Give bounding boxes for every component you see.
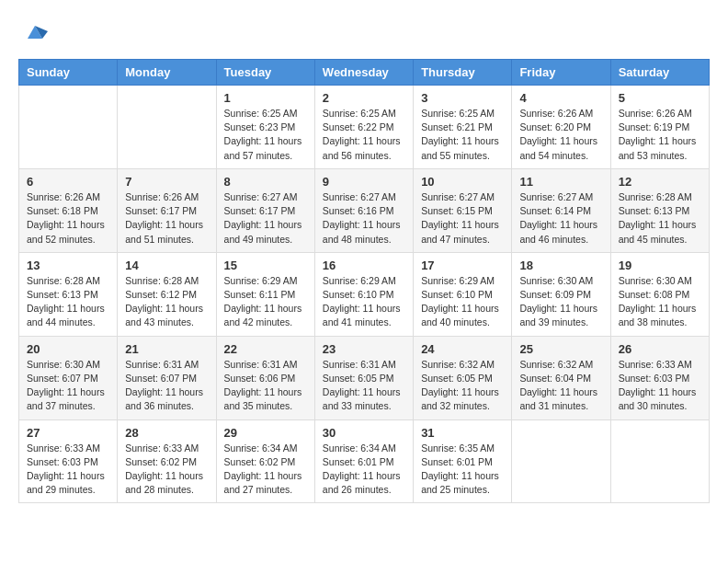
day-number: 10 (421, 175, 504, 189)
day-header-saturday: Saturday (610, 60, 709, 86)
day-header-tuesday: Tuesday (216, 60, 314, 86)
day-number: 28 (125, 426, 208, 440)
day-number: 15 (224, 259, 307, 272)
day-number: 22 (224, 342, 307, 356)
day-number: 2 (323, 91, 405, 105)
calendar-cell: 9Sunrise: 6:27 AMSunset: 6:16 PMDaylight… (314, 168, 413, 252)
calendar-cell: 4Sunrise: 6:26 AMSunset: 6:20 PMDaylight… (512, 86, 610, 169)
day-number: 31 (421, 426, 504, 440)
week-row-1: 1Sunrise: 6:25 AMSunset: 6:23 PMDaylight… (19, 86, 710, 169)
day-number: 3 (421, 91, 504, 105)
calendar-cell: 26Sunrise: 6:33 AMSunset: 6:03 PMDayligh… (610, 336, 709, 419)
day-number: 6 (27, 175, 109, 189)
week-row-5: 27Sunrise: 6:33 AMSunset: 6:03 PMDayligh… (19, 419, 710, 503)
day-info: Sunrise: 6:35 AMSunset: 6:01 PMDaylight:… (421, 442, 504, 498)
calendar-cell: 3Sunrise: 6:25 AMSunset: 6:21 PMDaylight… (414, 86, 512, 169)
logo (18, 18, 48, 44)
day-info: Sunrise: 6:25 AMSunset: 6:23 PMDaylight:… (224, 107, 307, 163)
week-row-3: 13Sunrise: 6:28 AMSunset: 6:13 PMDayligh… (19, 252, 710, 336)
calendar-cell: 14Sunrise: 6:28 AMSunset: 6:12 PMDayligh… (118, 252, 216, 336)
day-info: Sunrise: 6:29 AMSunset: 6:10 PMDaylight:… (421, 274, 504, 330)
day-number: 7 (125, 175, 208, 189)
day-header-monday: Monday (118, 60, 216, 86)
calendar-cell: 24Sunrise: 6:32 AMSunset: 6:05 PMDayligh… (414, 336, 512, 419)
day-info: Sunrise: 6:27 AMSunset: 6:17 PMDaylight:… (224, 190, 307, 247)
calendar-cell: 22Sunrise: 6:31 AMSunset: 6:06 PMDayligh… (216, 336, 314, 419)
calendar-cell: 1Sunrise: 6:25 AMSunset: 6:23 PMDaylight… (216, 86, 314, 169)
day-number: 19 (619, 259, 701, 272)
day-number: 1 (224, 91, 307, 105)
day-info: Sunrise: 6:26 AMSunset: 6:20 PMDaylight:… (519, 107, 602, 163)
day-number: 12 (619, 175, 701, 189)
day-info: Sunrise: 6:32 AMSunset: 6:04 PMDaylight:… (519, 358, 602, 414)
day-info: Sunrise: 6:32 AMSunset: 6:05 PMDaylight:… (421, 358, 504, 414)
day-info: Sunrise: 6:29 AMSunset: 6:10 PMDaylight:… (323, 274, 405, 330)
day-number: 14 (125, 259, 208, 272)
logo-icon (22, 18, 48, 44)
calendar-cell (610, 419, 709, 503)
day-info: Sunrise: 6:34 AMSunset: 6:01 PMDaylight:… (323, 442, 405, 498)
day-info: Sunrise: 6:27 AMSunset: 6:15 PMDaylight:… (421, 190, 504, 247)
calendar-cell: 23Sunrise: 6:31 AMSunset: 6:05 PMDayligh… (314, 336, 413, 419)
day-info: Sunrise: 6:31 AMSunset: 6:05 PMDaylight:… (323, 358, 405, 414)
day-number: 9 (323, 175, 405, 189)
calendar-cell: 5Sunrise: 6:26 AMSunset: 6:19 PMDaylight… (610, 86, 709, 169)
day-number: 29 (224, 426, 307, 440)
day-number: 17 (421, 259, 504, 272)
day-number: 20 (27, 342, 109, 356)
day-number: 5 (619, 91, 701, 105)
calendar-cell: 12Sunrise: 6:28 AMSunset: 6:13 PMDayligh… (610, 168, 709, 252)
day-info: Sunrise: 6:33 AMSunset: 6:03 PMDaylight:… (27, 442, 109, 498)
day-info: Sunrise: 6:27 AMSunset: 6:16 PMDaylight:… (323, 190, 405, 247)
calendar-cell (118, 86, 216, 169)
calendar-table: SundayMondayTuesdayWednesdayThursdayFrid… (18, 59, 710, 503)
week-row-2: 6Sunrise: 6:26 AMSunset: 6:18 PMDaylight… (19, 168, 710, 252)
day-info: Sunrise: 6:31 AMSunset: 6:07 PMDaylight:… (125, 358, 208, 414)
calendar-cell: 21Sunrise: 6:31 AMSunset: 6:07 PMDayligh… (118, 336, 216, 419)
calendar-cell: 28Sunrise: 6:33 AMSunset: 6:02 PMDayligh… (118, 419, 216, 503)
day-number: 21 (125, 342, 208, 356)
calendar-cell: 18Sunrise: 6:30 AMSunset: 6:09 PMDayligh… (512, 252, 610, 336)
day-number: 25 (519, 342, 602, 356)
calendar-cell: 19Sunrise: 6:30 AMSunset: 6:08 PMDayligh… (610, 252, 709, 336)
calendar-cell: 2Sunrise: 6:25 AMSunset: 6:22 PMDaylight… (314, 86, 413, 169)
day-info: Sunrise: 6:26 AMSunset: 6:18 PMDaylight:… (27, 190, 109, 247)
day-number: 24 (421, 342, 504, 356)
day-info: Sunrise: 6:33 AMSunset: 6:03 PMDaylight:… (619, 358, 701, 414)
calendar-cell (512, 419, 610, 503)
calendar-cell: 7Sunrise: 6:26 AMSunset: 6:17 PMDaylight… (118, 168, 216, 252)
day-number: 16 (323, 259, 405, 272)
calendar-cell: 17Sunrise: 6:29 AMSunset: 6:10 PMDayligh… (414, 252, 512, 336)
day-header-wednesday: Wednesday (314, 60, 413, 86)
day-number: 30 (323, 426, 405, 440)
day-header-sunday: Sunday (19, 60, 118, 86)
day-info: Sunrise: 6:26 AMSunset: 6:19 PMDaylight:… (619, 107, 701, 163)
day-info: Sunrise: 6:30 AMSunset: 6:08 PMDaylight:… (619, 274, 701, 330)
day-header-thursday: Thursday (414, 60, 512, 86)
calendar-cell: 6Sunrise: 6:26 AMSunset: 6:18 PMDaylight… (19, 168, 118, 252)
day-number: 23 (323, 342, 405, 356)
day-info: Sunrise: 6:28 AMSunset: 6:12 PMDaylight:… (125, 274, 208, 330)
day-info: Sunrise: 6:29 AMSunset: 6:11 PMDaylight:… (224, 274, 307, 330)
calendar-cell: 15Sunrise: 6:29 AMSunset: 6:11 PMDayligh… (216, 252, 314, 336)
calendar-cell: 29Sunrise: 6:34 AMSunset: 6:02 PMDayligh… (216, 419, 314, 503)
calendar-cell: 27Sunrise: 6:33 AMSunset: 6:03 PMDayligh… (19, 419, 118, 503)
day-info: Sunrise: 6:27 AMSunset: 6:14 PMDaylight:… (519, 190, 602, 247)
calendar-cell (19, 86, 118, 169)
day-info: Sunrise: 6:30 AMSunset: 6:09 PMDaylight:… (519, 274, 602, 330)
calendar-cell: 10Sunrise: 6:27 AMSunset: 6:15 PMDayligh… (414, 168, 512, 252)
calendar-cell: 20Sunrise: 6:30 AMSunset: 6:07 PMDayligh… (19, 336, 118, 419)
calendar-cell: 30Sunrise: 6:34 AMSunset: 6:01 PMDayligh… (314, 419, 413, 503)
day-number: 27 (27, 426, 109, 440)
day-info: Sunrise: 6:25 AMSunset: 6:21 PMDaylight:… (421, 107, 504, 163)
calendar-cell: 31Sunrise: 6:35 AMSunset: 6:01 PMDayligh… (414, 419, 512, 503)
calendar-cell: 11Sunrise: 6:27 AMSunset: 6:14 PMDayligh… (512, 168, 610, 252)
day-info: Sunrise: 6:25 AMSunset: 6:22 PMDaylight:… (323, 107, 405, 163)
day-info: Sunrise: 6:33 AMSunset: 6:02 PMDaylight:… (125, 442, 208, 498)
day-info: Sunrise: 6:28 AMSunset: 6:13 PMDaylight:… (619, 190, 701, 247)
calendar-cell: 8Sunrise: 6:27 AMSunset: 6:17 PMDaylight… (216, 168, 314, 252)
day-info: Sunrise: 6:26 AMSunset: 6:17 PMDaylight:… (125, 190, 208, 247)
day-number: 8 (224, 175, 307, 189)
week-row-4: 20Sunrise: 6:30 AMSunset: 6:07 PMDayligh… (19, 336, 710, 419)
calendar-cell: 16Sunrise: 6:29 AMSunset: 6:10 PMDayligh… (314, 252, 413, 336)
